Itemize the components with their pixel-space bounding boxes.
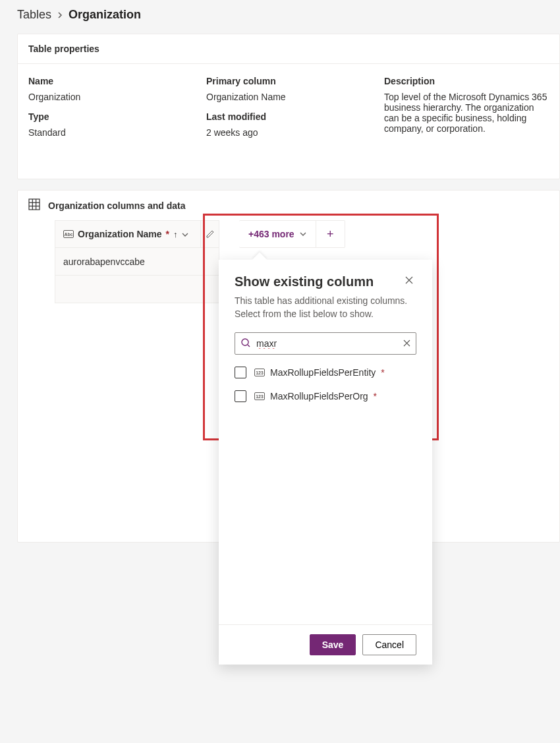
column-option-row[interactable]: 123 MaxRollupFieldsPerOrg * [235,390,416,402]
modified-value: 2 weeks ago [206,127,384,138]
svg-rect-0 [29,199,40,210]
text-type-icon: Abc [63,230,74,238]
required-asterisk: * [374,391,377,401]
svg-point-5 [242,339,248,345]
close-panel-button[interactable] [402,274,416,289]
required-asterisk: * [381,367,384,378]
more-columns-label: +463 more [248,229,294,239]
name-value: Organization [28,92,206,102]
type-label: Type [28,111,206,122]
close-icon [405,276,414,285]
column-option-label: MaxRollupFieldsPerEntity [270,367,376,378]
column-option-row[interactable]: 123 MaxRollupFieldsPerEntity * [235,367,416,378]
breadcrumb: Tables Organization [0,0,560,31]
primary-value: Organization Name [206,92,384,102]
add-column-button[interactable]: + [316,221,345,247]
table-icon [28,198,40,212]
panel-title: Show existing column [235,274,374,289]
clear-search-button[interactable] [403,339,410,349]
required-asterisk: * [166,229,169,239]
chevron-down-icon [182,231,188,238]
column-option-label: MaxRollupFieldsPerOrg [270,391,368,401]
save-button[interactable]: Save [310,634,356,655]
column-header-name-label: Organization Name [78,229,162,239]
breadcrumb-parent-link[interactable]: Tables [17,8,51,22]
desc-value: Top level of the Microsoft Dynamics 365 … [384,92,549,134]
chevron-down-icon [300,232,306,236]
empty-row[interactable] [55,276,219,303]
column-header-name[interactable]: Abc Organization Name * ↑ [55,220,201,248]
card-header: Table properties [18,34,559,64]
search-field-wrap [235,332,416,355]
desc-label: Description [384,76,549,86]
svg-line-6 [248,345,250,347]
more-columns-button[interactable]: +463 more [239,221,316,247]
edit-column-button[interactable] [201,220,219,248]
primary-label: Primary column [206,76,384,86]
number-type-icon: 123 [254,392,265,400]
search-input[interactable] [256,338,398,349]
type-value: Standard [28,127,206,138]
sort-asc-icon: ↑ [173,229,178,239]
name-label: Name [28,76,206,86]
columns-section-label: Organization columns and data [48,200,185,211]
more-columns-cell: +463 more + [239,220,345,248]
checkbox[interactable] [235,390,246,402]
cancel-button[interactable]: Cancel [362,634,416,655]
data-cell-org-name-row0[interactable]: aurorabapenvccabe [55,248,219,276]
table-properties-card: Table properties Name Organization Type … [17,34,560,179]
chevron-right-icon [57,10,63,20]
number-type-icon: 123 [254,369,265,376]
close-icon [403,340,410,347]
show-column-panel: Show existing column This table has addi… [219,260,432,665]
modified-label: Last modified [206,111,384,122]
panel-footer: Save Cancel [219,624,432,665]
panel-description: This table has additional existing colum… [235,295,416,320]
breadcrumb-current: Organization [69,8,141,22]
search-icon [240,338,251,350]
plus-icon: + [327,227,334,241]
checkbox[interactable] [235,367,246,378]
